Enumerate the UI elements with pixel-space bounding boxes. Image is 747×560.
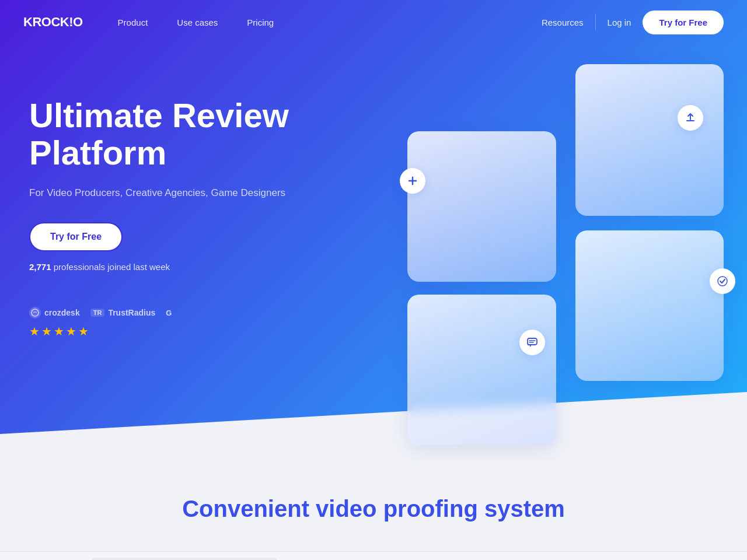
crozdesk-label: crozdesk (44, 308, 80, 317)
hero-joined-text: 2,771 professionals joined last week (29, 262, 333, 272)
check-icon (710, 268, 735, 294)
star-5: ★ (78, 324, 89, 338)
card-top-right (575, 64, 724, 216)
logo: KROCK!O (23, 15, 83, 30)
star-3: ★ (54, 324, 64, 338)
upload-icon (678, 105, 703, 131)
joined-label: professionals joined last week (54, 262, 170, 272)
star-1: ★ (29, 324, 40, 338)
joined-count: 2,771 (29, 262, 51, 272)
plus-icon (400, 168, 425, 194)
svg-point-5 (718, 276, 727, 286)
browser-url-bar[interactable]: 🔒 app.krock.io (91, 558, 278, 560)
badge-g2: G (166, 309, 172, 317)
browser-bar: ‹ › 🔒 app.krock.io ☆ ↑ ＋ ⊡ (0, 551, 747, 560)
navbar: KROCK!O Product Use cases Pricing Resour… (0, 0, 747, 44)
section-title: Convenient video proofing system (23, 496, 724, 522)
card-bottom-left (407, 295, 556, 445)
badge-trustradius: TR TrustRadius (90, 308, 156, 317)
hero-badges: crozdesk TR TrustRadius G ★ ★ ★ ★ ★ (29, 307, 333, 338)
svg-rect-2 (528, 338, 537, 345)
trustradius-label: TrustRadius (108, 308, 155, 317)
svg-point-0 (32, 309, 39, 316)
section-below: Convenient video proofing system (0, 461, 747, 551)
nav-right: Resources Log in Try for Free (542, 10, 724, 34)
hero-section: Ultimate Review Platform For Video Produ… (0, 0, 747, 461)
svg-rect-1 (686, 120, 694, 121)
chat-icon (519, 330, 545, 355)
hero-visuals (397, 35, 747, 455)
hero-cta-button[interactable]: Try for Free (29, 222, 123, 251)
nav-product[interactable]: Product (106, 13, 160, 32)
badges-row: crozdesk TR TrustRadius G ★ ★ ★ ★ ★ (29, 307, 172, 338)
star-4: ★ (66, 324, 76, 338)
nav-use-cases[interactable]: Use cases (165, 13, 229, 32)
badge-crozdesk: crozdesk (29, 307, 80, 318)
nav-pricing[interactable]: Pricing (235, 13, 285, 32)
nav-resources[interactable]: Resources (542, 18, 584, 27)
g2-icon: G (166, 309, 172, 317)
hero-content: Ultimate Review Platform For Video Produ… (0, 44, 333, 373)
star-2: ★ (41, 324, 52, 338)
nav-cta-button[interactable]: Try for Free (643, 10, 724, 34)
nav-links: Product Use cases Pricing (106, 13, 542, 32)
nav-login[interactable]: Log in (608, 18, 631, 27)
hero-title: Ultimate Review Platform (29, 97, 333, 172)
crozdesk-icon (29, 307, 41, 318)
star-rating: ★ ★ ★ ★ ★ (29, 324, 172, 338)
tr-icon: TR (90, 309, 105, 317)
hero-subtitle: For Video Producers, Creative Agencies, … (29, 186, 333, 201)
card-bottom-right (575, 230, 724, 381)
nav-divider (595, 14, 596, 30)
card-top-left (407, 131, 556, 282)
